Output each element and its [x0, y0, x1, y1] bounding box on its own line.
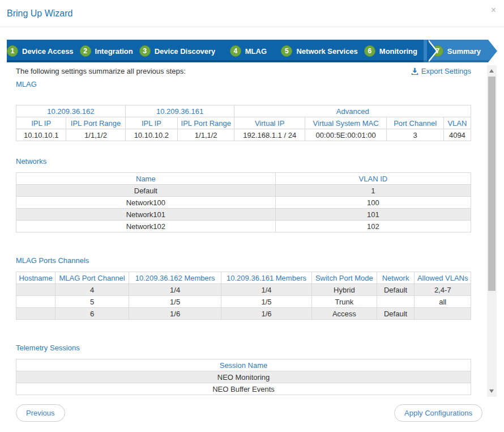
table-cell: 2,4-7	[415, 284, 471, 296]
step-number-badge: 4	[230, 45, 241, 57]
section-mlag-port-channels: MLAG Ports Channels HostnameMLAG Port Ch…	[16, 256, 471, 320]
table-cell: 1	[275, 185, 471, 197]
networks-table: NameVLAN IDDefault1Network100100Network1…	[16, 172, 471, 232]
table-cell: 1/4	[221, 284, 312, 296]
download-icon	[411, 67, 418, 75]
column-header-row: IPL IPIPL Port RangeIPL IPIPL Port Range…	[16, 117, 471, 129]
table-cell: 4094	[443, 129, 471, 141]
table-cell: 1/1,1/2	[178, 129, 234, 141]
column-header-cell: Network	[377, 272, 415, 284]
table-cell	[415, 308, 471, 320]
step-label: MLAG	[245, 47, 267, 56]
step-label: Network Services	[296, 47, 357, 56]
table-cell: 1/4	[129, 284, 221, 296]
step-mlag[interactable]: 4 MLAG	[215, 40, 281, 62]
table-cell: Network100	[16, 197, 276, 209]
scroll-down-icon[interactable]	[489, 389, 494, 393]
group-header-cell: 10.209.36.162	[16, 105, 126, 117]
column-header-cell: Switch Port Mode	[311, 272, 377, 284]
table-cell	[16, 284, 55, 296]
column-header-cell: Virtual System MAC	[305, 117, 387, 129]
section-mlag: MLAG 10.209.36.16210.209.36.161AdvancedI…	[16, 80, 471, 141]
section-heading-ports: MLAG Ports Channels	[16, 256, 471, 265]
column-header-cell: 10.209.36.161 Members	[221, 272, 312, 284]
vertical-scrollbar[interactable]	[487, 65, 497, 397]
table-cell: all	[415, 296, 471, 308]
step-number-badge: 5	[281, 45, 292, 57]
table-row: Network101101	[16, 209, 471, 221]
table-cell: 5	[55, 296, 129, 308]
step-number-badge: 6	[364, 45, 375, 57]
column-header-cell: VLAN ID	[275, 173, 471, 185]
table-cell: Network102	[16, 221, 276, 232]
table-row: NEO Buffer Events	[16, 383, 471, 395]
section-heading-telemetry: Telemetry Sessions	[16, 344, 471, 353]
table-row: 61/61/6AccessDefault	[16, 308, 471, 320]
export-settings-label: Export Settings	[421, 67, 471, 75]
summary-scroll-area: The following settings summarize all pre…	[0, 62, 504, 397]
table-cell: 1/6	[221, 308, 312, 320]
table-cell	[16, 296, 55, 308]
mlag-table: 10.209.36.16210.209.36.161AdvancedIPL IP…	[16, 105, 471, 141]
column-header-cell: Virtual IP	[234, 117, 305, 129]
table-cell: 3	[387, 129, 443, 141]
table-cell: 10.10.10.2	[125, 129, 177, 141]
table-cell: 1/1,1/2	[66, 129, 125, 141]
table-cell: 4	[55, 284, 129, 296]
mlag-port-channels-table: HostnameMLAG Port Channel10.209.36.162 M…	[16, 272, 471, 320]
column-header-cell: VLAN	[443, 117, 471, 129]
apply-configurations-button[interactable]: Apply Configurations	[394, 404, 482, 422]
table-cell: NEO Monitoring	[16, 371, 471, 383]
export-settings-link[interactable]: Export Settings	[411, 67, 471, 75]
summary-intro-text: The following settings summarize all pre…	[16, 67, 186, 75]
table-cell: 101	[275, 209, 471, 221]
step-label: Device Discovery	[155, 47, 216, 56]
column-header-row: NameVLAN ID	[16, 173, 471, 185]
table-cell: Trunk	[311, 296, 377, 308]
step-number-badge: 1	[7, 45, 18, 57]
column-header-cell: IPL IP	[16, 117, 66, 129]
previous-button[interactable]: Previous	[16, 404, 65, 422]
column-header-cell: IPL IP	[125, 117, 177, 129]
section-telemetry-sessions: Telemetry Sessions Session NameNEO Monit…	[16, 344, 471, 395]
scroll-up-icon[interactable]	[489, 69, 494, 73]
column-header-row: HostnameMLAG Port Channel10.209.36.162 M…	[16, 272, 471, 284]
dialog-header: Bring Up Wizard ×	[0, 0, 504, 27]
table-row: 51/51/5Trunkall	[16, 296, 471, 308]
table-cell: Network101	[16, 209, 276, 221]
close-icon[interactable]: ×	[491, 6, 496, 15]
table-cell: 10.10.10.1	[16, 129, 66, 141]
table-row: Default1	[16, 185, 471, 197]
bring-up-wizard-dialog: Bring Up Wizard × 1 Device Access 2 Inte…	[0, 0, 504, 432]
table-cell: 1/6	[129, 308, 221, 320]
table-row: 41/41/4HybridDefault2,4-7	[16, 284, 471, 296]
step-integration[interactable]: 2 Integration	[74, 40, 139, 62]
section-heading-mlag: MLAG	[16, 80, 471, 89]
column-header-cell: Session Name	[16, 359, 471, 371]
table-cell: Default	[377, 308, 415, 320]
step-number-badge: 3	[139, 45, 151, 57]
stepper-zone: 1 Device Access 2 Integration 3 Device D…	[0, 27, 504, 62]
scrollbar-thumb[interactable]	[488, 77, 496, 291]
step-device-access[interactable]: 1 Device Access	[7, 40, 74, 62]
column-header-row: Session Name	[16, 359, 471, 371]
group-header-cell: 10.209.36.161	[125, 105, 234, 117]
table-cell: 100	[275, 197, 471, 209]
column-header-cell: MLAG Port Channel	[55, 272, 129, 284]
step-device-discovery[interactable]: 3 Device Discovery	[139, 40, 216, 62]
step-chevron-icon	[427, 40, 436, 62]
column-header-cell: 10.209.36.162 Members	[129, 272, 221, 284]
dialog-footer: Previous Apply Configurations	[0, 397, 504, 432]
step-monitoring[interactable]: 6 Monitoring	[358, 40, 424, 62]
column-header-cell: Hostname	[16, 272, 55, 284]
section-networks: Networks NameVLAN IDDefault1Network10010…	[16, 157, 471, 232]
step-network-services[interactable]: 5 Network Services	[281, 40, 357, 62]
table-cell: Access	[311, 308, 377, 320]
column-header-cell: Port Channel	[387, 117, 443, 129]
table-cell: 192.168.1.1 / 24	[234, 129, 305, 141]
table-row: NEO Monitoring	[16, 371, 471, 383]
group-header-row: 10.209.36.16210.209.36.161Advanced	[16, 105, 471, 117]
table-cell: 00:00:5E:00:01:00	[305, 129, 387, 141]
table-cell: 102	[275, 221, 471, 232]
dialog-title: Bring Up Wizard	[7, 9, 72, 19]
